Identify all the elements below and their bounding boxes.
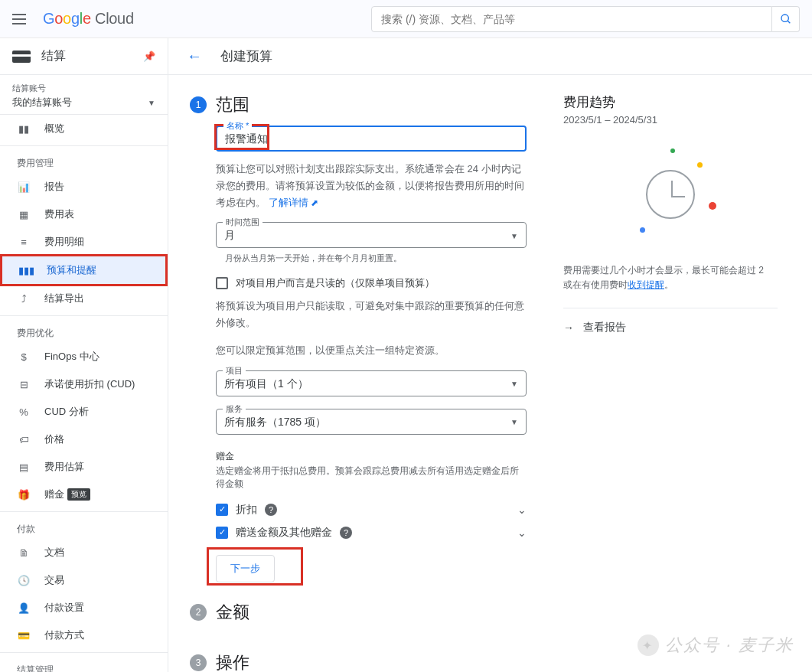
trend-message: 费用需要过几个小时才会显示，最长可能会超过 2 或在有使用费时收到提醒。	[563, 263, 778, 292]
wechat-icon: ✦	[638, 634, 659, 656]
time-range-hint: 月份从当月第一天开始，并在每个月月初重置。	[225, 253, 527, 264]
step-1-title: 范围	[216, 93, 249, 116]
discount-icon: ⊟	[17, 379, 31, 390]
tag-icon: 🏷	[17, 434, 31, 445]
step-2-header[interactable]: 2 金额	[190, 601, 527, 624]
help-icon[interactable]: ?	[265, 504, 277, 516]
discount-label: 折扣	[236, 503, 257, 517]
watermark: ✦ 公众号 · 麦子米	[638, 634, 794, 657]
billing-icon	[12, 51, 31, 63]
trend-panel: 费用趋势 2023/5/1 – 2024/5/31 费用需要过几个小时才会显示，…	[563, 93, 778, 672]
list-icon: ≡	[17, 237, 31, 248]
google-cloud-logo[interactable]: Google Cloud	[43, 10, 134, 28]
time-range-field[interactable]: 时间范围 月 ▼	[216, 222, 527, 248]
budget-icon: ▮▮▮	[19, 265, 33, 276]
sidebar-item-credits[interactable]: 🎁赠金预览	[0, 481, 168, 508]
sidebar-item-cud-analysis[interactable]: %CUD 分析	[0, 398, 168, 426]
sidebar-item-cost-estimate[interactable]: ▤费用估算	[0, 453, 168, 481]
credits-label: 赠金	[216, 450, 527, 463]
help-icon[interactable]: ?	[340, 527, 352, 539]
credits-description: 选定赠金将用于抵扣总费用。预算会跟踪总费用减去所有适用选定赠金后所得金额	[216, 465, 527, 491]
dropdown-icon: ▼	[510, 232, 518, 240]
sidebar-item-cud[interactable]: ⊟承诺使用折扣 (CUD)	[0, 370, 168, 398]
account-value: 我的结算账号	[12, 96, 72, 109]
sidebar-item-cost-breakdown[interactable]: ≡费用明细	[0, 228, 168, 256]
chevron-down-icon[interactable]: ⌄	[517, 527, 527, 539]
step-2-title: 金额	[216, 601, 249, 624]
scope-description: 您可以限定预算范围，以便重点关注一组特定资源。	[216, 342, 527, 359]
step-2-badge: 2	[190, 604, 207, 621]
chart-icon: 📊	[17, 181, 31, 193]
sidebar-group-billing-mgmt: 结算管理	[0, 656, 168, 672]
trend-title: 费用趋势	[563, 93, 778, 111]
person-icon: 👤	[17, 602, 31, 614]
top-bar: Google Cloud	[0, 0, 812, 38]
time-range-value: 月	[224, 229, 510, 243]
sidebar-item-reports[interactable]: 📊报告	[0, 173, 168, 201]
readonly-description: 将预算设为项目用户只能读取，可避免对集中跟踪的重要预算的任何意外修改。	[216, 298, 527, 331]
pin-icon[interactable]: 📌	[143, 51, 155, 62]
search-container	[371, 6, 800, 32]
service-field[interactable]: 服务 所有服务（1785 项） ▼	[216, 409, 527, 435]
view-report-link[interactable]: → 查看报告	[563, 308, 778, 334]
sidebar-item-transactions[interactable]: 🕓交易	[0, 566, 168, 594]
svg-line-1	[788, 21, 790, 23]
search-button[interactable]	[772, 6, 800, 32]
project-label: 项目	[223, 365, 246, 377]
account-label: 结算账号	[12, 83, 155, 94]
bar-chart-icon: ▮▮	[17, 123, 31, 135]
clock-icon: 🕓	[17, 575, 31, 586]
arrow-right-icon: →	[563, 321, 574, 334]
sidebar-item-cost-table[interactable]: ▦费用表	[0, 201, 168, 228]
page-title: 创建预算	[220, 47, 272, 65]
discount-checkbox[interactable]: ✓	[216, 504, 228, 516]
sidebar-title: 结算	[41, 48, 143, 64]
sidebar-item-budgets[interactable]: ▮▮▮预算和提醒	[2, 256, 165, 284]
dropdown-icon: ▼	[148, 99, 155, 107]
hamburger-menu-icon[interactable]	[12, 10, 31, 28]
calculator-icon: ▤	[17, 462, 31, 473]
learn-more-link[interactable]: 了解详情	[269, 197, 308, 208]
trend-alert-link[interactable]: 收到提醒	[628, 279, 664, 290]
next-button[interactable]: 下一步	[216, 555, 275, 582]
table-icon: ▦	[17, 209, 31, 220]
service-value: 所有服务（1785 项）	[224, 416, 510, 429]
page-header: ← 创建预算	[168, 38, 812, 75]
sidebar: 结算 📌 结算账号 我的结算账号 ▼ ▮▮概览 费用管理 📊报告 ▦费用表 ≡费…	[0, 38, 168, 672]
step-1-badge: 1	[190, 96, 207, 113]
step-3-header[interactable]: 3 操作	[190, 651, 527, 672]
sidebar-item-finops[interactable]: $FinOps 中心	[0, 343, 168, 370]
other-credits-label: 赠送金额及其他赠金	[236, 526, 332, 540]
step-1-header: 1 范围	[190, 93, 527, 116]
card-icon: 💳	[17, 630, 31, 641]
step-3-badge: 3	[190, 654, 207, 671]
account-selector[interactable]: 结算账号 我的结算账号 ▼	[0, 75, 168, 115]
sidebar-item-docs[interactable]: 🗎文档	[0, 539, 168, 566]
dropdown-icon: ▼	[510, 380, 518, 388]
search-input[interactable]	[371, 6, 772, 32]
back-arrow-icon[interactable]: ←	[187, 47, 202, 65]
trend-date-range: 2023/5/1 – 2024/5/31	[563, 114, 778, 126]
sidebar-item-pricing[interactable]: 🏷价格	[0, 426, 168, 453]
export-icon: ⤴	[17, 293, 31, 305]
sidebar-group-cost-mgmt: 费用管理	[0, 149, 168, 173]
other-credits-checkbox[interactable]: ✓	[216, 527, 228, 539]
project-field[interactable]: 项目 所有项目（1 个） ▼	[216, 370, 527, 396]
name-field[interactable]: 名称 *	[216, 126, 527, 152]
sidebar-header: 结算 📌	[0, 38, 168, 75]
preview-badge: 预览	[67, 488, 90, 501]
name-input[interactable]	[225, 133, 517, 145]
readonly-label: 对项目用户而言是只读的（仅限单项目预算）	[236, 276, 435, 290]
chevron-down-icon[interactable]: ⌄	[517, 504, 527, 516]
sidebar-item-overview[interactable]: ▮▮概览	[0, 115, 168, 142]
sidebar-group-payment: 付款	[0, 515, 168, 539]
sidebar-group-cost-opt: 费用优化	[0, 319, 168, 343]
step-3-title: 操作	[216, 651, 249, 672]
readonly-checkbox[interactable]	[216, 277, 228, 289]
sidebar-item-payment-settings[interactable]: 👤付款设置	[0, 594, 168, 621]
dollar-icon: $	[17, 351, 31, 363]
service-label: 服务	[223, 403, 246, 415]
sidebar-item-payment-method[interactable]: 💳付款方式	[0, 621, 168, 649]
external-link-icon: ⬈	[311, 197, 318, 208]
sidebar-item-export[interactable]: ⤴结算导出	[0, 285, 168, 312]
